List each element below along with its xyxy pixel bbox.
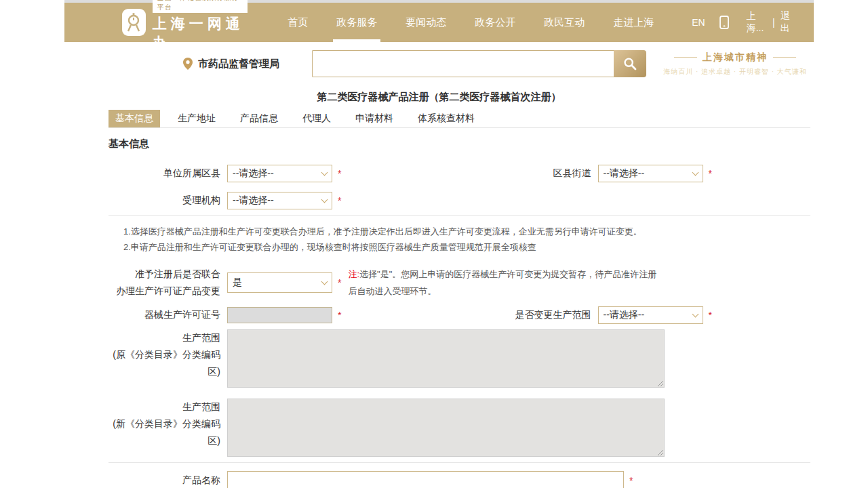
form-row-scope-old: 生产范围 (原《分类目录》分类编码 区) bbox=[108, 329, 810, 388]
joint-select-value: 是 bbox=[233, 277, 242, 289]
joint-note: 注:选择"是"。您网上申请的医疗器械生产许可变更为提交暂存，待产品准许注册后自动… bbox=[348, 266, 660, 300]
department-name: 市药品监督管理局 bbox=[198, 58, 279, 70]
logout-button[interactable]: 退出 bbox=[781, 10, 795, 35]
city-spirit-block: 上海城市精神 海纳百川 · 追求卓越 · 开明睿智 · 大气谦和 bbox=[656, 52, 814, 77]
decor-line-left bbox=[674, 57, 697, 58]
page-container: 全国一体化在线政务服务平台 上海一网通办 首页 政务服务 要闻动态 政务公开 政… bbox=[64, 0, 814, 488]
joint-note-prefix: 注: bbox=[348, 269, 359, 279]
district-label: 单位所属区县 bbox=[108, 167, 227, 180]
agency-select-value: --请选择-- bbox=[233, 195, 274, 207]
form-row-joint: 准予注册后是否联合 办理生产许可证产品变更 是 * 注:选择"是"。您网上申请的… bbox=[108, 266, 810, 300]
page-title: 第二类医疗器械产品注册（第二类医疗器械首次注册） bbox=[64, 91, 814, 106]
form-row-license: 器械生产许可证号 * 是否变更生产范围 --请选择-- * bbox=[108, 306, 810, 324]
site-header: 全国一体化在线政务服务平台 上海一网通办 首页 政务服务 要闻动态 政务公开 政… bbox=[64, 3, 814, 42]
user-separator: | bbox=[772, 17, 775, 28]
nav-english[interactable]: EN bbox=[677, 3, 719, 42]
tab-bar: 基本信息 生产地址 产品信息 代理人 申请材料 体系核查材料 bbox=[108, 110, 810, 128]
tab-system-check-materials[interactable]: 体系核查材料 bbox=[411, 110, 481, 127]
city-spirit-motto: 海纳百川 · 追求卓越 · 开明睿智 · 大气谦和 bbox=[656, 67, 814, 77]
location-pin-icon bbox=[183, 58, 193, 70]
nav-home[interactable]: 首页 bbox=[273, 3, 322, 42]
resize-handle-icon bbox=[656, 449, 663, 455]
decor-line-right bbox=[773, 57, 796, 58]
site-logo[interactable]: 全国一体化在线政务服务平台 上海一网通办 bbox=[122, 0, 248, 52]
main-nav: 首页 政务服务 要闻动态 政务公开 政民互动 走进上海 EN bbox=[273, 3, 719, 42]
tab-basic-info[interactable]: 基本信息 bbox=[108, 110, 160, 127]
scope-old-textarea bbox=[227, 329, 665, 388]
joint-select[interactable]: 是 bbox=[227, 272, 332, 293]
street-label: 区县街道 bbox=[553, 167, 598, 180]
product-name-label: 产品名称 bbox=[108, 474, 227, 487]
required-asterisk: * bbox=[338, 277, 341, 288]
nav-gov-open[interactable]: 政务公开 bbox=[460, 3, 530, 42]
user-name[interactable]: 上海... bbox=[747, 10, 767, 35]
basic-info-form: 基本信息 单位所属区县 --请选择-- * 区县街道 --请选择-- * 受理机… bbox=[108, 138, 810, 488]
chevron-down-icon bbox=[692, 169, 698, 176]
joint-note-text: 选择"是"。您网上申请的医疗器械生产许可变更为提交暂存，待产品准许注册后自动进入… bbox=[348, 269, 656, 296]
scope-new-label: 生产范围 (新《分类目录》分类编码 区) bbox=[108, 399, 227, 449]
agency-label: 受理机构 bbox=[108, 195, 227, 207]
joint-label: 准予注册后是否联合 办理生产许可证产品变更 bbox=[108, 266, 227, 300]
change-scope-label: 是否变更生产范围 bbox=[515, 309, 598, 321]
change-scope-select-value: --请选择-- bbox=[604, 309, 645, 321]
form-row-street: 区县街道 --请选择-- * bbox=[553, 165, 712, 182]
divider bbox=[108, 462, 810, 463]
agency-select[interactable]: --请选择-- bbox=[227, 192, 332, 209]
scope-new-textarea bbox=[227, 399, 665, 457]
mobile-app-icon[interactable] bbox=[719, 16, 729, 29]
scope-old-label: 生产范围 (原《分类目录》分类编码 区) bbox=[108, 329, 227, 380]
note-line-1: 1.选择医疗器械产品注册和生产许可变更联合办理后，准予注册决定作出后即进入生产许… bbox=[123, 224, 810, 239]
search-box bbox=[312, 50, 646, 77]
chevron-down-icon bbox=[321, 279, 328, 285]
street-select[interactable]: --请选择-- bbox=[598, 165, 703, 182]
tab-agent[interactable]: 代理人 bbox=[296, 110, 338, 127]
district-select[interactable]: --请选择-- bbox=[227, 165, 332, 182]
nav-news[interactable]: 要闻动态 bbox=[391, 3, 460, 42]
nav-interaction[interactable]: 政民互动 bbox=[530, 3, 599, 42]
required-asterisk: * bbox=[629, 475, 633, 486]
platform-badge: 全国一体化在线政务服务平台 bbox=[153, 0, 248, 13]
form-row-district: 单位所属区县 --请选择-- * 区县街道 --请选择-- * bbox=[108, 165, 810, 182]
chevron-down-icon bbox=[321, 169, 328, 176]
resize-handle-icon bbox=[656, 380, 663, 386]
tab-product-info[interactable]: 产品信息 bbox=[233, 110, 285, 127]
note-line-2: 2.申请产品注册和生产许可证变更联合办理的，现场核查时将按照医疗器械生产质量管理… bbox=[123, 239, 810, 255]
header-right: 上海... | 退出 bbox=[719, 10, 795, 35]
district-select-value: --请选择-- bbox=[233, 167, 274, 180]
search-input[interactable] bbox=[312, 50, 614, 77]
city-spirit-title: 上海城市精神 bbox=[703, 52, 768, 64]
chevron-down-icon bbox=[692, 311, 698, 318]
department-block: 市药品监督管理局 bbox=[183, 58, 279, 70]
required-asterisk: * bbox=[338, 168, 341, 179]
logo-icon bbox=[122, 9, 146, 36]
required-asterisk: * bbox=[338, 195, 341, 206]
change-scope-select[interactable]: --请选择-- bbox=[598, 306, 703, 324]
tab-application-materials[interactable]: 申请材料 bbox=[349, 110, 400, 127]
license-no-input bbox=[227, 307, 332, 323]
required-asterisk: * bbox=[709, 310, 712, 321]
search-icon bbox=[623, 57, 637, 70]
street-select-value: --请选择-- bbox=[604, 167, 645, 180]
section-title: 基本信息 bbox=[108, 138, 810, 150]
chevron-down-icon bbox=[321, 197, 328, 203]
form-row-agency: 受理机构 --请选择-- * bbox=[108, 192, 810, 209]
license-no-label: 器械生产许可证号 bbox=[108, 309, 227, 321]
nav-gov-services[interactable]: 政务服务 bbox=[322, 3, 391, 42]
logo-title: 上海一网通办 bbox=[153, 14, 248, 52]
form-row-scope-new: 生产范围 (新《分类目录》分类编码 区) bbox=[108, 399, 810, 457]
tab-production-address[interactable]: 生产地址 bbox=[171, 110, 222, 127]
required-asterisk: * bbox=[709, 168, 712, 179]
search-button[interactable] bbox=[614, 50, 646, 77]
form-row-change-scope: 是否变更生产范围 --请选择-- * bbox=[515, 306, 712, 324]
divider bbox=[108, 215, 810, 216]
form-notes: 1.选择医疗器械产品注册和生产许可变更联合办理后，准予注册决定作出后即进入生产许… bbox=[123, 224, 810, 255]
product-name-input[interactable] bbox=[227, 471, 624, 488]
form-row-product-name: 产品名称 * bbox=[108, 471, 810, 488]
required-asterisk: * bbox=[338, 310, 341, 321]
nav-about-shanghai[interactable]: 走进上海 bbox=[599, 3, 668, 42]
